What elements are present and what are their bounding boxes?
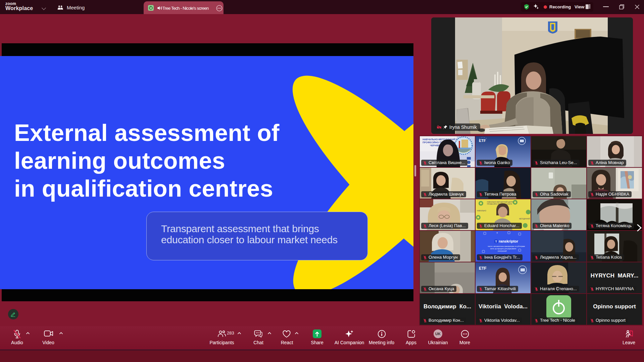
svg-text:НАВЧАЛЬНО-МЕТОДИЧНИЙ ЦЕНТР: НАВЧАЛЬНО-МЕТОДИЧНИЙ ЦЕНТР bbox=[487, 201, 513, 203]
svg-text:ETF: ETF bbox=[479, 266, 487, 271]
svg-text:МЕТОДИЧНИЙ: МЕТОДИЧНИЙ bbox=[519, 217, 530, 220]
svg-text:тексти з автоматичною транскри: тексти з автоматичною транскрипцією та с… bbox=[488, 246, 525, 247]
svg-text:ETF: ETF bbox=[479, 139, 486, 143]
svg-text:електронний: електронний bbox=[498, 250, 507, 252]
svg-text:витяг, що підходить для редагу: витяг, що підходить для редагування bbox=[490, 248, 516, 250]
svg-text:T: T bbox=[495, 240, 497, 243]
svg-text:НАВЧАЛЬНО: НАВЧАЛЬНО bbox=[477, 210, 486, 212]
svg-text:ranskriptor: ranskriptor bbox=[499, 239, 518, 243]
